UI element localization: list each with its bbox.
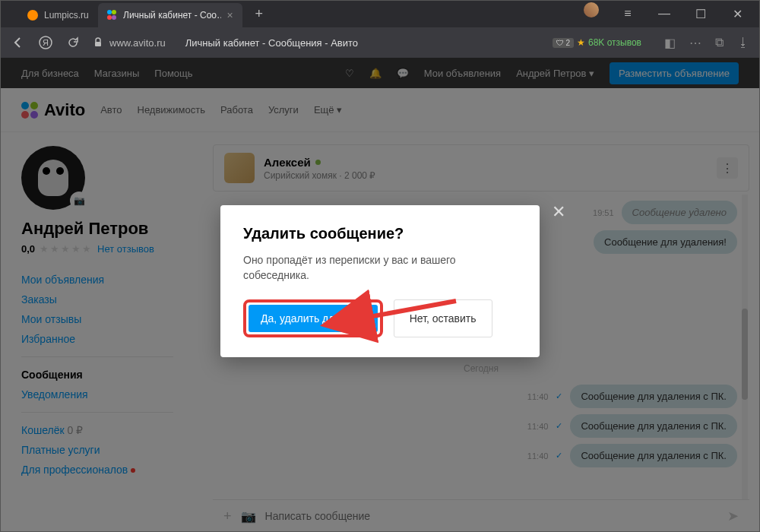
- msg-row: 11:40✓Сообщение для удаления с ПК.: [213, 382, 749, 411]
- nav-business[interactable]: Для бизнеса: [21, 68, 79, 79]
- modal-body: Оно пропадёт из переписки у вас и вашего…: [243, 253, 517, 283]
- url-text: www.avito.ru: [109, 37, 166, 49]
- date-separator: Сегодня: [213, 356, 749, 382]
- menu-paid[interactable]: Платные услуги: [21, 440, 213, 460]
- new-tab-button[interactable]: +: [249, 3, 270, 24]
- check-icon: ✓: [556, 421, 562, 431]
- cat-auto[interactable]: Авто: [100, 104, 122, 116]
- attach-icon[interactable]: +: [223, 508, 232, 524]
- profile-rating: 0,0 ★★★★★ Нет отзывов: [21, 243, 213, 255]
- nav-help[interactable]: Помощь: [154, 68, 192, 79]
- tab-avito[interactable]: Личный кабинет - Соо… ×: [98, 3, 242, 27]
- rating-text: 68K отзывов: [588, 37, 641, 48]
- modal-close-button[interactable]: ✕: [549, 202, 568, 222]
- msg-to-delete[interactable]: Сообщение для удаления!: [594, 230, 737, 254]
- no-reviews-link[interactable]: Нет отзывов: [97, 243, 154, 255]
- menu-orders[interactable]: Заказы: [21, 290, 213, 309]
- bookmark-icon[interactable]: ◧: [664, 36, 676, 50]
- nav-user[interactable]: Андрей Петров ▾: [516, 68, 594, 79]
- chat-subject: Сирийский хомяк · 2 000 ₽: [264, 170, 375, 181]
- bell-icon[interactable]: 🔔: [369, 68, 382, 79]
- svg-line-3: [365, 301, 456, 318]
- chat-more-button[interactable]: ⋮: [717, 157, 738, 179]
- chat-input-bar: + 📷 ➤: [213, 499, 749, 532]
- brand-text: Avito: [44, 100, 85, 120]
- scrollbar-thumb[interactable]: [742, 309, 748, 400]
- cat-job[interactable]: Работа: [220, 104, 253, 116]
- send-icon[interactable]: ➤: [727, 508, 739, 524]
- avatar[interactable]: 📷: [21, 146, 85, 210]
- msg-bubble[interactable]: Сообщение для удаления с ПК.: [570, 414, 737, 438]
- menu-myads[interactable]: Мои объявления: [21, 270, 213, 290]
- star-icon: ★: [577, 37, 585, 48]
- reload-button[interactable]: [65, 35, 81, 50]
- shield-badge: 🛡2: [553, 38, 574, 48]
- check-icon: ✓: [556, 391, 562, 401]
- favicon-lumpics: [27, 10, 38, 21]
- owl-image: [38, 160, 68, 196]
- menu-notifications[interactable]: Уведомления: [21, 385, 213, 404]
- tab-label: Личный кабинет - Соо…: [123, 10, 220, 21]
- message-input[interactable]: [265, 510, 718, 522]
- close-window-button[interactable]: ✕: [720, 2, 754, 25]
- minimize-button[interactable]: —: [648, 2, 681, 25]
- peer-name: Алексей: [264, 156, 375, 169]
- online-dot-icon: [315, 160, 321, 165]
- avito-header: Avito Авто Недвижимость Работа Услуги Ещ…: [0, 88, 760, 132]
- yandex-icon[interactable]: Я: [38, 35, 53, 50]
- cat-more[interactable]: Ещё ▾: [314, 104, 342, 116]
- tutorial-arrow-icon: [357, 295, 464, 336]
- browser-profile-icon[interactable]: [584, 2, 599, 17]
- msg-bubble[interactable]: Сообщение для удаления с ПК.: [570, 385, 737, 408]
- msg-row: 11:40✓Сообщение для удаления с ПК.: [213, 441, 749, 470]
- heart-icon[interactable]: ♡: [345, 68, 354, 79]
- svg-rect-2: [95, 42, 101, 46]
- nav-myads[interactable]: Мои объявления: [424, 68, 501, 79]
- cat-realty[interactable]: Недвижимость: [138, 104, 205, 116]
- favicon-avito: [107, 10, 117, 21]
- camera-icon[interactable]: 📷: [241, 509, 256, 524]
- profile-name: Андрей Петров: [21, 219, 213, 239]
- modal-title: Удалить сообщение?: [243, 225, 517, 242]
- post-ad-button[interactable]: Разместить объявление: [610, 62, 739, 84]
- chat-icon[interactable]: 💬: [397, 68, 409, 79]
- nav-shops[interactable]: Магазины: [94, 68, 140, 79]
- lock-icon: [93, 37, 103, 48]
- tab-label: Lumpics.ru: [44, 10, 89, 21]
- msg-row: 11:40✓Сообщение для удаления с ПК.: [213, 411, 749, 441]
- browser-titlebar: Lumpics.ru Личный кабинет - Соо… × + ≡ —…: [0, 0, 760, 27]
- sidebar-icon[interactable]: ⧉: [715, 36, 724, 50]
- camera-icon[interactable]: 📷: [70, 192, 88, 210]
- red-dot-icon: [131, 468, 135, 473]
- menu-reviews[interactable]: Мои отзывы: [21, 309, 213, 329]
- menu-pro[interactable]: Для профессионалов: [21, 460, 213, 480]
- page-title: Личный кабинет - Сообщения - Авито: [185, 37, 358, 49]
- maximize-button[interactable]: ☐: [684, 2, 717, 25]
- extension-rating[interactable]: 🛡2 ★ 68K отзывов: [553, 37, 641, 48]
- stars-icon: ★★★★★: [40, 243, 93, 255]
- menu-icon[interactable]: ≡: [611, 2, 644, 25]
- avito-logo[interactable]: Avito: [21, 100, 85, 120]
- browser-addressbar: Я www.avito.ru Личный кабинет - Сообщени…: [0, 27, 760, 58]
- avito-topbar: Для бизнеса Магазины Помощь ♡ 🔔 💬 Мои об…: [0, 58, 760, 88]
- more-icon[interactable]: ⋯: [689, 36, 701, 50]
- menu-wallet[interactable]: Кошелёк 0 ₽: [21, 420, 213, 440]
- cat-services[interactable]: Услуги: [268, 104, 299, 116]
- msg-deleted: Сообщение удалено: [622, 201, 737, 224]
- svg-text:Я: Я: [43, 38, 49, 47]
- sidebar-menu: Мои объявления Заказы Мои отзывы Избранн…: [21, 270, 213, 480]
- tab-lumpics[interactable]: Lumpics.ru: [18, 3, 98, 27]
- back-button[interactable]: [11, 35, 26, 50]
- profile-sidebar: 📷 Андрей Петров 0,0 ★★★★★ Нет отзывов Мо…: [0, 132, 213, 532]
- menu-messages[interactable]: Сообщения: [21, 365, 213, 385]
- tab-close-icon[interactable]: ×: [227, 9, 233, 21]
- menu-favorites[interactable]: Избранное: [21, 329, 213, 349]
- download-icon[interactable]: ⭳: [737, 36, 749, 50]
- msg-bubble[interactable]: Сообщение для удаления с ПК.: [570, 444, 737, 467]
- url-display[interactable]: www.avito.ru: [93, 37, 166, 49]
- chat-header: Алексей Сирийский хомяк · 2 000 ₽ ⋮: [213, 144, 749, 192]
- check-icon: ✓: [556, 451, 562, 461]
- peer-avatar[interactable]: [224, 153, 255, 183]
